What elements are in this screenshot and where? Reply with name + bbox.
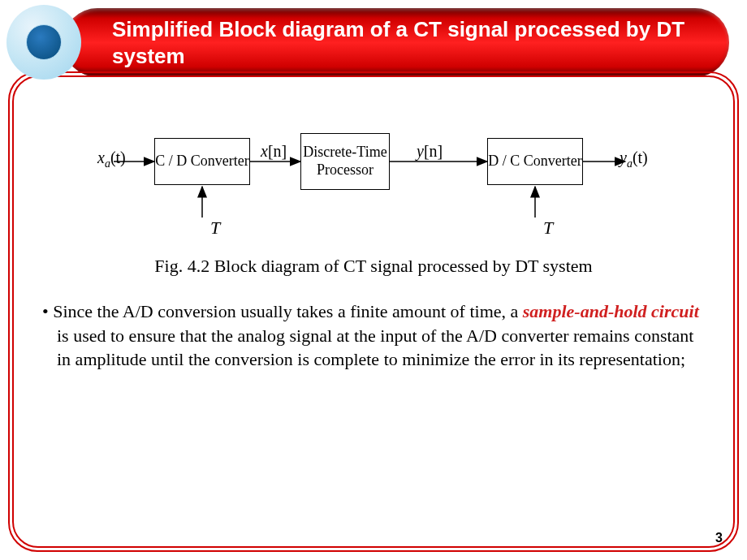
university-logo [6,5,81,80]
page-number: 3 [715,531,723,545]
body-paragraph: • Since the A/D conversion usually takes… [32,299,715,372]
body-post: is used to ensure that the analog signal… [57,325,693,370]
xa-sub: a [105,157,110,170]
slide-title: Simplified Block diagram of a CT signal … [112,16,729,69]
body-pre: Since the A/D conversion usually takes a… [49,301,523,321]
dt-processor-block: Discrete-Time Processor [300,133,390,190]
dc-label: D / C Converter [488,153,581,170]
title-banner: Simplified Block diagram of a CT signal … [63,8,729,77]
period-t-left: T [210,218,220,239]
cd-label: C / D Converter [155,153,248,170]
dt-label: Discrete-Time Processor [301,144,389,179]
signal-xa: xa(t) [97,149,126,170]
logo-emblem-icon [26,24,62,60]
period-t-right: T [543,218,553,239]
slide-content: C / D Converter Discrete-Time Processor … [32,106,715,528]
signal-ya: ya(t) [620,149,648,170]
ya-arg: (t) [633,149,648,166]
signal-xn: x[n] [261,142,287,161]
cd-converter-block: C / D Converter [154,138,250,185]
xa-var: x [97,149,105,166]
xn-arg: [n] [268,142,287,160]
yn-var: y [417,142,424,160]
bullet-icon: • [42,301,49,321]
yn-arg: [n] [424,142,443,160]
block-diagram: C / D Converter Discrete-Time Processor … [32,122,715,248]
xn-var: x [261,142,268,160]
dc-converter-block: D / C Converter [487,138,583,185]
body-emphasis: sample-and-hold circuit [523,301,699,321]
xa-arg: (t) [110,149,126,166]
ya-var: y [620,149,627,166]
signal-yn: y[n] [417,142,443,161]
figure-caption: Fig. 4.2 Block diagram of CT signal proc… [32,256,715,277]
ya-sub: a [627,157,633,170]
